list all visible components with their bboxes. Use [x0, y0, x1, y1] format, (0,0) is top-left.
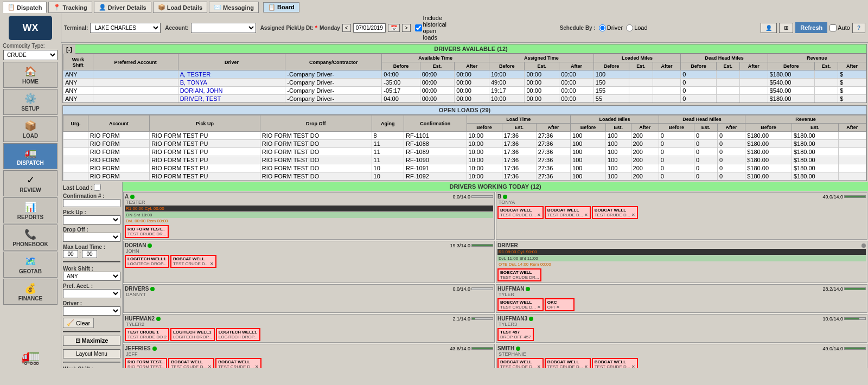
commodity-type-select[interactable]: CRUDE: [3, 50, 58, 60]
maximize-button[interactable]: ⊡ Maximize: [63, 336, 120, 346]
person-icon-btn[interactable]: 👤: [761, 23, 777, 33]
driver-working-card[interactable]: HUFFMAN28.2/14.0TYLERBOBCAT WELLTEST CRU…: [496, 284, 867, 313]
load-box[interactable]: BOBCAT WELLTEST CRUDE D... ✕: [497, 298, 544, 311]
load-box[interactable]: BOBCAT WELLTEST CRUDE D... ✕: [168, 358, 214, 368]
da-rev-before: $540.00: [768, 87, 814, 95]
load-box[interactable]: BOBCAT WELLTEST CRUDE D... ✕: [497, 358, 544, 368]
auto-checkbox-label[interactable]: Auto: [829, 24, 850, 31]
grid-icon-btn[interactable]: ⊞: [779, 23, 793, 33]
load-box[interactable]: LOGITECH WELL1LOGITECH DROP...: [216, 328, 260, 341]
max-load-time-m[interactable]: [82, 250, 97, 258]
open-loads-scroll[interactable]: Urg. Account Pick Up Drop Off Aging Conf…: [63, 115, 866, 181]
driver-working-card[interactable]: DRIVERR1 08:00 Cyl. 90:00DvL 11:00 Sht 1…: [496, 241, 867, 283]
load-box[interactable]: LOGITECH WELL1LOGITECH DROP...: [170, 328, 215, 341]
load-box[interactable]: BOBCAT WELLTEST CRUDE D... ✕: [215, 358, 261, 368]
schedule-driver-label[interactable]: Driver: [599, 24, 623, 31]
load-box[interactable]: RIO FORM TEST...TEST CRUDE DR...: [125, 225, 169, 238]
driver-working-card[interactable]: A0.0/14.0TESTERR1 00:00 Cyl. 00:00ON Sht…: [123, 192, 495, 240]
drivers-available-scroll[interactable]: WorkShift Preferred Account Driver Compa…: [63, 54, 866, 102]
auto-checkbox[interactable]: [829, 24, 837, 31]
ol-col-aging: Aging: [372, 116, 404, 132]
load-box[interactable]: BOBCAT WELLTEST CRUDE D... ✕: [545, 206, 591, 219]
ol-col-revenue: Revenue: [745, 116, 866, 124]
sidebar-item-load[interactable]: 📦 LOAD: [3, 116, 58, 142]
open-load-row[interactable]: RIO FORM RIO FORM TEST PU RIO FORM TEST …: [63, 164, 866, 172]
driver-working-card[interactable]: HUFFMAN310.0/14.0TYLER3TEST 457DROP OFF …: [496, 314, 867, 343]
refresh-button[interactable]: Refresh: [795, 22, 827, 33]
calendar-icon-btn[interactable]: 📅: [388, 24, 400, 32]
sidebar-item-reports[interactable]: 📊 REPORTS: [3, 197, 58, 223]
sidebar-item-review[interactable]: ✓ REVIEW: [3, 170, 58, 196]
schedule-load-label[interactable]: Load: [626, 24, 647, 31]
driver-avail-row[interactable]: ANY DRIVER, TEST -Company Driver- 04:00 …: [63, 95, 866, 103]
load-box[interactable]: LOGITECH WELL1LOGITECH DROP...: [125, 255, 169, 268]
da-rev-after: $: [838, 95, 866, 103]
load-box[interactable]: BOBCAT WELLTEST CRUDE D... ✕: [170, 255, 216, 268]
driver-avail-row[interactable]: ANY B, TONYA -Company Driver- -35:00 00:…: [63, 79, 866, 87]
open-load-row[interactable]: RIO FORM RIO FORM TEST PU RIO FORM TEST …: [63, 156, 866, 164]
ol-lt-after: 27:36: [536, 156, 570, 164]
collapse-toggle-btn[interactable]: [-]: [63, 45, 75, 54]
driver-working-card[interactable]: DRIVERS0.0/14.0DANNYT: [123, 284, 495, 313]
rev-before: Before: [768, 62, 814, 70]
load-box[interactable]: BOBCAT WELLTEST CRUDE D... ✕: [497, 206, 544, 219]
driver-working-card[interactable]: JEFFRIES43.6/14.0JEFFRIO FORM TEST...RIO…: [123, 344, 495, 368]
driver-working-card[interactable]: HUFFMAN22.1/14.0TYLER2TEST CRUDE 1TEST C…: [123, 314, 495, 343]
load-box[interactable]: BOBCAT WELLTEST CRUDE D... ✕: [592, 358, 638, 368]
work-shift-select[interactable]: ANY: [63, 272, 120, 281]
tab-driver-details[interactable]: 👤 Driver Details: [94, 2, 151, 13]
open-load-row[interactable]: RIO FORM RIO FORM TEST PU RIO FORM TEST …: [63, 132, 866, 140]
historical-checkbox[interactable]: [415, 24, 422, 31]
load-box[interactable]: BOBCAT WELLTEST CRUDE D... ✕: [592, 206, 638, 219]
sidebar-item-phonebook[interactable]: 📞 PHONEBOOK: [3, 224, 58, 251]
prev-date-btn[interactable]: <: [342, 24, 351, 32]
sidebar-item-geotab[interactable]: 🗺️ GEOTAB: [3, 252, 58, 278]
load-box[interactable]: TEST 457DROP OFF 457: [497, 328, 534, 341]
load-box[interactable]: RIO FORM TEST...RIO FORM TEST...: [125, 358, 167, 368]
layout-menu-button[interactable]: Layout Menu: [63, 349, 120, 358]
load-box[interactable]: TEST CRUDE 1TEST CRUDE DO 2: [125, 328, 169, 341]
sidebar-item-dispatch[interactable]: 🚛 DISPATCH: [3, 143, 58, 169]
load-box[interactable]: OKCOPI ✕: [545, 298, 575, 311]
tab-messaging[interactable]: ✉️ Messaging: [209, 2, 259, 13]
terminal-select[interactable]: LAKE CHARLES: [90, 23, 161, 33]
load-box[interactable]: BOBCAT WELLTEST CRUDE D... ✕: [545, 358, 591, 368]
open-load-row[interactable]: RIO FORM RIO FORM TEST PU RIO FORM TEST …: [63, 140, 866, 148]
ol-lm-after: 200: [631, 164, 659, 172]
tab-dispatch[interactable]: 📋 Dispatch: [3, 2, 47, 13]
clear-button[interactable]: 🧹 Clear: [63, 318, 94, 328]
account-select[interactable]: [191, 23, 256, 33]
pref-acct-select[interactable]: [63, 289, 120, 298]
driver-filter-select[interactable]: [63, 306, 120, 316]
driver-avail-row[interactable]: ANY A, TESTER -Company Driver- 04:00 00:…: [63, 70, 866, 79]
schedule-driver-radio[interactable]: [599, 24, 606, 31]
pickup-select[interactable]: [63, 215, 120, 224]
schedule-load-radio[interactable]: [626, 24, 633, 31]
confirmation-input[interactable]: [63, 199, 120, 207]
help-btn[interactable]: ?: [852, 23, 865, 33]
sidebar-item-home[interactable]: 🏠 HOME: [3, 62, 58, 88]
open-load-row[interactable]: RIO FORM RIO FORM TEST PU RIO FORM TEST …: [63, 172, 866, 181]
sidebar-item-setup[interactable]: ⚙️ SETUP: [3, 89, 58, 115]
tab-tracking[interactable]: 📍 Tracking: [48, 2, 92, 13]
next-date-btn[interactable]: >: [402, 24, 411, 32]
ol-pickup: RIO FORM TEST PU: [150, 172, 260, 181]
load-box[interactable]: BOBCAT WELLTEST CRUDE DR...: [497, 268, 541, 281]
da-rev-after: $: [838, 87, 866, 95]
tab-load-details[interactable]: 📦 Load Details: [153, 2, 207, 13]
max-load-time-h[interactable]: [63, 250, 78, 258]
da-driver: DRIVER, TEST: [178, 95, 285, 103]
sub-tab-board[interactable]: 📋 Board: [263, 2, 299, 12]
last-load-checkbox[interactable]: [94, 184, 101, 191]
sidebar-item-finance[interactable]: 💰 FINANCE: [3, 279, 58, 305]
driver-working-card[interactable]: SMITH49.0/14.0STEPHANIEBOBCAT WELLTEST C…: [496, 344, 867, 368]
dropoff-select[interactable]: [63, 233, 120, 242]
driver-working-card[interactable]: B49.0/14.0TONYABOBCAT WELLTEST CRUDE D..…: [496, 192, 867, 240]
open-load-row[interactable]: RIO FORM RIO FORM TEST PU RIO FORM TEST …: [63, 148, 866, 156]
driver-working-card[interactable]: DORIAN19.3/14.0JOHNLOGITECH WELL1LOGITEC…: [123, 241, 495, 283]
ol-dh-est: 0: [694, 156, 717, 164]
historical-checkbox-label[interactable]: Includehistoricalopenloads: [415, 15, 446, 41]
driver-avail-row[interactable]: ANY DORIAN, JOHN -Company Driver- -05:17…: [63, 87, 866, 95]
driver-progress-text: 2.1/14.0: [452, 316, 470, 322]
driver-card-sub: JEFF: [125, 351, 493, 357]
